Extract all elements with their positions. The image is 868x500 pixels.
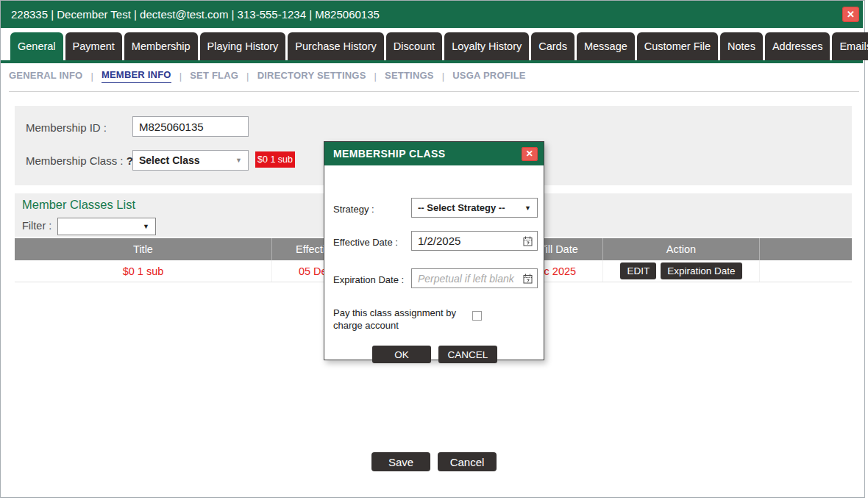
subnav-separator: | [90, 71, 93, 82]
class-badge: $0 1 sub [255, 151, 295, 168]
column-action: Action [603, 238, 760, 260]
filter-select[interactable]: ▼ [57, 218, 156, 235]
membership-class-dropdown[interactable]: Select Class ▼ [132, 150, 249, 171]
cell-title: $0 1 sub [15, 260, 272, 282]
modal-cancel-button[interactable]: CANCEL [438, 346, 497, 363]
general-subnav: GENERAL INFO | MEMBER INFO | SET FLAG | … [9, 69, 526, 83]
subnav-member-info[interactable]: MEMBER INFO [102, 69, 171, 83]
expiration-date-button[interactable]: Expiration Date [661, 262, 741, 279]
cell-action: EDIT Expiration Date [603, 260, 760, 282]
tab-customer-file[interactable]: Customer File [637, 32, 718, 60]
chevron-down-icon: ▼ [235, 157, 242, 164]
pay-by-charge-label: Pay this class assignment by charge acco… [333, 307, 477, 332]
calendar-icon[interactable] [523, 236, 533, 246]
tab-loyalty-history[interactable]: Loyalty History [444, 32, 529, 60]
strategy-label: Strategy : [333, 204, 374, 215]
subnav-separator: | [179, 71, 182, 82]
calendar-icon[interactable] [523, 274, 533, 284]
member-classes-heading: Member Classes List [22, 198, 135, 212]
subnav-separator: | [374, 71, 377, 82]
active-tab-underline [1, 60, 863, 63]
pay-by-charge-checkbox[interactable] [472, 311, 482, 321]
effective-date-label: Effective Date : [333, 237, 398, 248]
expiration-date-input[interactable] [411, 268, 538, 288]
tab-purchase-history[interactable]: Purchase History [288, 32, 383, 60]
modal-close-button[interactable]: ✕ [522, 147, 538, 161]
subnav-settings[interactable]: SETTINGS [385, 70, 434, 83]
membership-class-dropdown-value: Select Class [139, 154, 200, 166]
subnav-usga-profile[interactable]: USGA PROFILE [452, 70, 525, 83]
customer-summary-text: 228335 | December Test | dectest@test.co… [11, 8, 380, 21]
tab-cards[interactable]: Cards [531, 32, 574, 60]
close-icon: ✕ [847, 9, 855, 20]
tab-notes[interactable]: Notes [720, 32, 763, 60]
tab-bar: General Payment Membership Playing Histo… [10, 32, 868, 60]
tab-payment[interactable]: Payment [65, 32, 122, 60]
modal-header: MEMBERSHIP CLASS ✕ [324, 142, 544, 165]
expiration-date-label: Expiration Date : [333, 274, 404, 285]
filter-label: Filter : [22, 220, 51, 232]
subnav-set-flag[interactable]: SET FLAG [190, 70, 238, 83]
save-button[interactable]: Save [371, 452, 430, 471]
tab-playing-history[interactable]: Playing History [200, 32, 286, 60]
tab-membership[interactable]: Membership [124, 32, 198, 60]
subnav-separator: | [246, 71, 249, 82]
strategy-dropdown[interactable]: -- Select Strategy -- ▼ [411, 198, 538, 218]
membership-id-input[interactable] [132, 116, 249, 137]
subnav-divider [9, 91, 859, 92]
column-filler [760, 238, 852, 260]
cancel-button[interactable]: Cancel [438, 452, 497, 471]
column-title: Title [15, 238, 272, 260]
subnav-directory-settings[interactable]: DIRECTORY SETTINGS [257, 70, 366, 83]
ok-button[interactable]: OK [372, 346, 431, 363]
edit-button[interactable]: EDIT [620, 262, 656, 279]
tab-general[interactable]: General [10, 32, 63, 60]
membership-class-label: Membership Class : ? [26, 154, 133, 167]
strategy-dropdown-value: -- Select Strategy -- [418, 202, 505, 213]
row-actions: EDIT Expiration Date [603, 262, 759, 279]
subnav-separator: | [442, 71, 445, 82]
effective-date-input[interactable] [411, 231, 538, 251]
membership-class-modal: MEMBERSHIP CLASS ✕ Strategy : -- Select … [324, 141, 544, 360]
tab-discount[interactable]: Discount [386, 32, 442, 60]
close-icon: ✕ [526, 149, 533, 159]
cell-filler [760, 260, 852, 282]
tab-addresses[interactable]: Addresses [765, 32, 830, 60]
chevron-down-icon: ▼ [143, 223, 149, 230]
chevron-down-icon: ▼ [524, 204, 531, 212]
subnav-general-info[interactable]: GENERAL INFO [9, 70, 82, 83]
window-close-button[interactable]: ✕ [842, 7, 859, 22]
modal-body: Strategy : -- Select Strategy -- ▼ Effec… [324, 165, 544, 361]
membership-class-label-text: Membership Class : [26, 154, 124, 167]
tab-message[interactable]: Message [577, 32, 635, 60]
membership-id-label: Membership ID : [26, 121, 107, 134]
title-bar: 228335 | December Test | dectest@test.co… [1, 1, 863, 28]
modal-title: MEMBERSHIP CLASS [333, 148, 445, 160]
tab-emails[interactable]: Emails [832, 32, 868, 60]
